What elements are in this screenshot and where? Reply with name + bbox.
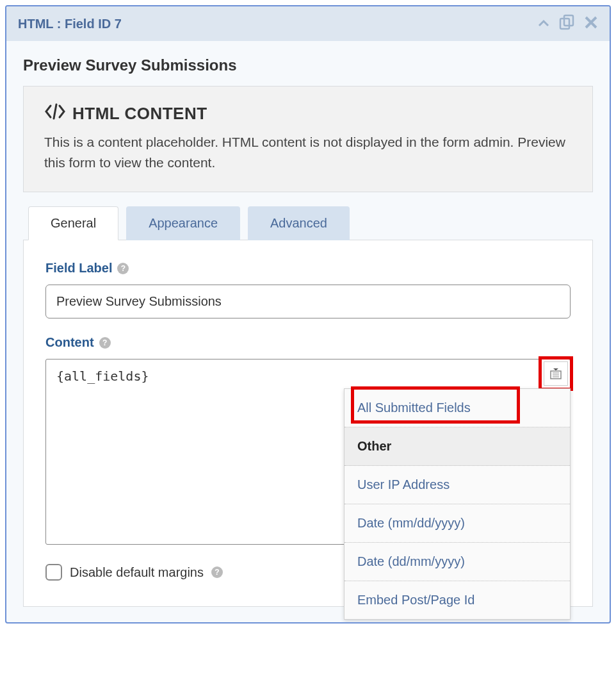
merge-tags-button[interactable] [544, 361, 568, 386]
content-group: Content ? {all_fields} [45, 335, 571, 547]
dropdown-item-user-ip[interactable]: User IP Address [344, 466, 570, 504]
section-title: Preview Survey Submissions [23, 56, 593, 74]
help-icon[interactable]: ? [117, 263, 129, 274]
field-label-group: Field Label ? [45, 261, 571, 318]
html-placeholder-text: This is a content placeholder. HTML cont… [44, 132, 572, 172]
tab-content-general: Field Label ? Content ? {all_fields} [23, 240, 593, 607]
content-wrapper: {all_fields} All Submitted Fields [45, 359, 571, 547]
panel-title: HTML : Field ID 7 [18, 17, 122, 31]
close-icon[interactable] [584, 15, 598, 32]
disable-margins-checkbox[interactable] [45, 564, 62, 581]
dropdown-heading-other: Other [344, 427, 570, 466]
panel-actions [538, 14, 598, 33]
panel-body: Preview Survey Submissions HTML CONTENT … [6, 41, 610, 622]
content-label: Content ? [45, 335, 571, 350]
field-label-input[interactable] [45, 285, 571, 318]
code-icon [44, 103, 66, 124]
field-label-label: Field Label ? [45, 261, 571, 276]
dropdown-item-date-dmy[interactable]: Date (dd/mm/yyyy) [344, 543, 570, 581]
html-content-heading-text: HTML CONTENT [72, 104, 207, 124]
help-icon[interactable]: ? [211, 566, 223, 578]
dropdown-item-embed-id[interactable]: Embed Post/Page Id [344, 581, 570, 619]
content-label-text: Content [45, 335, 94, 350]
field-settings-panel: HTML : Field ID 7 Preview Survey Submiss… [5, 5, 611, 624]
field-label-text: Field Label [45, 261, 112, 276]
html-placeholder-box: HTML CONTENT This is a content placehold… [23, 86, 593, 192]
duplicate-icon[interactable] [558, 14, 575, 33]
dropdown-item-date-mdy[interactable]: Date (mm/dd/yyyy) [344, 504, 570, 543]
tabs: General Appearance Advanced [23, 206, 593, 240]
html-content-heading: HTML CONTENT [44, 103, 572, 124]
tab-general[interactable]: General [28, 206, 118, 240]
disable-margins-label: Disable default margins [70, 565, 204, 580]
panel-header: HTML : Field ID 7 [6, 6, 610, 41]
collapse-icon[interactable] [538, 18, 549, 29]
dropdown-scroll[interactable]: All Submitted Fields Other User IP Addre… [344, 389, 570, 619]
tab-appearance[interactable]: Appearance [126, 206, 240, 240]
help-icon[interactable]: ? [99, 337, 111, 349]
tab-advanced[interactable]: Advanced [248, 206, 350, 240]
dropdown-item-all-submitted[interactable]: All Submitted Fields [344, 389, 570, 427]
merge-tags-dropdown: All Submitted Fields Other User IP Addre… [344, 388, 571, 620]
